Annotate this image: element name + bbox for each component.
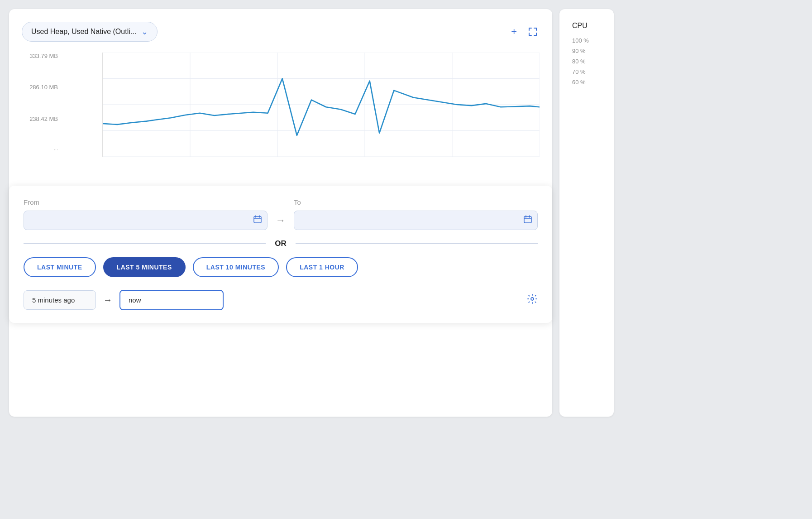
from-date-input[interactable] [24, 211, 267, 230]
y-pct-90: 90 % [572, 48, 601, 54]
settings-button[interactable] [527, 293, 538, 307]
bottom-row: 5 minutes ago → [24, 290, 538, 310]
last-10-minutes-button[interactable]: LAST 10 MINUTES [193, 257, 279, 277]
y-label-bot: 238.42 MB [22, 115, 58, 122]
svg-rect-3 [536, 28, 537, 31]
svg-rect-7 [536, 33, 537, 36]
svg-point-26 [531, 298, 534, 300]
from-group: From [24, 198, 267, 230]
to-group: To [294, 198, 538, 230]
range-arrow: → [276, 215, 286, 226]
date-range-row: From → [24, 198, 538, 230]
last-minute-button[interactable]: LAST MINUTE [24, 257, 96, 277]
y-pct-100: 100 % [572, 37, 601, 44]
or-line-left [24, 243, 266, 244]
to-date-input[interactable] [294, 211, 538, 230]
y-pct-60: 60 % [572, 79, 601, 86]
y-label-top: 333.79 MB [22, 53, 58, 59]
from-label: From [24, 198, 267, 206]
from-time-pill: 5 minutes ago [24, 290, 96, 310]
or-line-right [296, 243, 538, 244]
expand-button[interactable] [526, 25, 540, 38]
chevron-down-icon: ⌄ [141, 27, 148, 37]
time-range-arrow: → [103, 295, 112, 305]
or-text: OR [275, 239, 287, 248]
last-5-minutes-button[interactable]: LAST 5 MINUTES [103, 257, 186, 277]
right-card: CPU 100 % 90 % 80 % 70 % 60 % [559, 9, 614, 417]
y-label-mid: 286.10 MB [22, 84, 58, 91]
page-wrapper: Used Heap, Used Native (Outli... ⌄ + [9, 9, 803, 417]
to-input-wrap [294, 211, 538, 230]
to-label: To [294, 198, 538, 206]
metric-selector-label: Used Heap, Used Native (Outli... [31, 28, 137, 36]
quick-buttons-group: LAST MINUTE LAST 5 MINUTES LAST 10 MINUT… [24, 257, 538, 277]
y-pct-70: 70 % [572, 68, 601, 75]
or-divider: OR [24, 239, 538, 248]
cpu-label: CPU [572, 22, 601, 30]
from-input-wrap [24, 211, 267, 230]
last-1-hour-button[interactable]: LAST 1 HOUR [286, 257, 358, 277]
chart-area: 333.79 MB 286.10 MB 238.42 MB ··· [22, 53, 540, 166]
to-time-input[interactable] [119, 290, 224, 310]
date-picker-panel: From → [9, 186, 552, 323]
y-pct-80: 80 % [572, 58, 601, 65]
main-card: Used Heap, Used Native (Outli... ⌄ + [9, 9, 552, 417]
add-button[interactable]: + [509, 24, 519, 39]
card-header: Used Heap, Used Native (Outli... ⌄ + [22, 22, 540, 42]
header-actions: + [509, 24, 540, 39]
metric-selector[interactable]: Used Heap, Used Native (Outli... ⌄ [22, 22, 158, 42]
svg-rect-1 [529, 28, 530, 31]
y-label-cut: ··· [22, 147, 58, 152]
svg-rect-5 [529, 33, 530, 36]
